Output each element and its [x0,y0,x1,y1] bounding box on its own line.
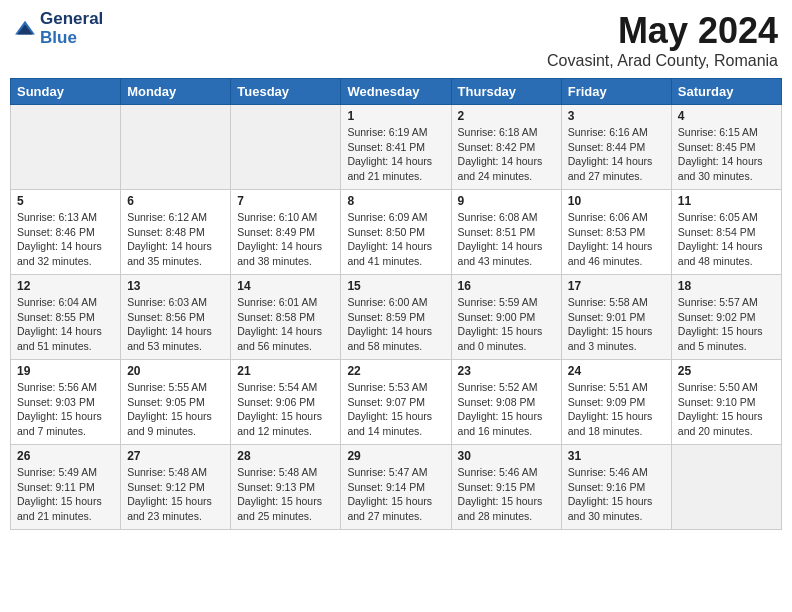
calendar-cell: 25Sunrise: 5:50 AMSunset: 9:10 PMDayligh… [671,360,781,445]
calendar-cell: 12Sunrise: 6:04 AMSunset: 8:55 PMDayligh… [11,275,121,360]
calendar-cell: 5Sunrise: 6:13 AMSunset: 8:46 PMDaylight… [11,190,121,275]
day-number: 29 [347,449,444,463]
day-number: 20 [127,364,224,378]
calendar-week-row: 1Sunrise: 6:19 AMSunset: 8:41 PMDaylight… [11,105,782,190]
day-number: 24 [568,364,665,378]
day-info: Sunrise: 6:09 AMSunset: 8:50 PMDaylight:… [347,210,444,269]
title-block: May 2024 Covasint, Arad County, Romania [547,10,778,70]
calendar-cell [11,105,121,190]
calendar-cell: 8Sunrise: 6:09 AMSunset: 8:50 PMDaylight… [341,190,451,275]
day-number: 22 [347,364,444,378]
day-info: Sunrise: 6:13 AMSunset: 8:46 PMDaylight:… [17,210,114,269]
day-number: 25 [678,364,775,378]
calendar-week-row: 12Sunrise: 6:04 AMSunset: 8:55 PMDayligh… [11,275,782,360]
day-number: 13 [127,279,224,293]
col-header-saturday: Saturday [671,79,781,105]
day-info: Sunrise: 5:58 AMSunset: 9:01 PMDaylight:… [568,295,665,354]
calendar-header-row: SundayMondayTuesdayWednesdayThursdayFrid… [11,79,782,105]
calendar-cell: 20Sunrise: 5:55 AMSunset: 9:05 PMDayligh… [121,360,231,445]
calendar-week-row: 26Sunrise: 5:49 AMSunset: 9:11 PMDayligh… [11,445,782,530]
calendar-week-row: 5Sunrise: 6:13 AMSunset: 8:46 PMDaylight… [11,190,782,275]
calendar-cell: 4Sunrise: 6:15 AMSunset: 8:45 PMDaylight… [671,105,781,190]
calendar-cell: 11Sunrise: 6:05 AMSunset: 8:54 PMDayligh… [671,190,781,275]
calendar-cell: 9Sunrise: 6:08 AMSunset: 8:51 PMDaylight… [451,190,561,275]
day-info: Sunrise: 6:15 AMSunset: 8:45 PMDaylight:… [678,125,775,184]
location-subtitle: Covasint, Arad County, Romania [547,52,778,70]
day-info: Sunrise: 6:00 AMSunset: 8:59 PMDaylight:… [347,295,444,354]
calendar-cell: 7Sunrise: 6:10 AMSunset: 8:49 PMDaylight… [231,190,341,275]
day-number: 28 [237,449,334,463]
day-number: 10 [568,194,665,208]
calendar-cell: 26Sunrise: 5:49 AMSunset: 9:11 PMDayligh… [11,445,121,530]
day-info: Sunrise: 5:48 AMSunset: 9:12 PMDaylight:… [127,465,224,524]
calendar-cell: 13Sunrise: 6:03 AMSunset: 8:56 PMDayligh… [121,275,231,360]
day-info: Sunrise: 6:10 AMSunset: 8:49 PMDaylight:… [237,210,334,269]
logo-line1: General [40,10,103,29]
day-info: Sunrise: 5:56 AMSunset: 9:03 PMDaylight:… [17,380,114,439]
day-number: 9 [458,194,555,208]
logo-icon [14,18,36,40]
day-info: Sunrise: 6:05 AMSunset: 8:54 PMDaylight:… [678,210,775,269]
day-number: 31 [568,449,665,463]
day-info: Sunrise: 6:16 AMSunset: 8:44 PMDaylight:… [568,125,665,184]
day-info: Sunrise: 5:55 AMSunset: 9:05 PMDaylight:… [127,380,224,439]
day-number: 1 [347,109,444,123]
col-header-thursday: Thursday [451,79,561,105]
day-number: 26 [17,449,114,463]
day-number: 18 [678,279,775,293]
calendar-cell: 21Sunrise: 5:54 AMSunset: 9:06 PMDayligh… [231,360,341,445]
col-header-sunday: Sunday [11,79,121,105]
col-header-friday: Friday [561,79,671,105]
day-info: Sunrise: 5:53 AMSunset: 9:07 PMDaylight:… [347,380,444,439]
day-info: Sunrise: 5:47 AMSunset: 9:14 PMDaylight:… [347,465,444,524]
month-title: May 2024 [547,10,778,52]
day-number: 17 [568,279,665,293]
calendar-cell: 16Sunrise: 5:59 AMSunset: 9:00 PMDayligh… [451,275,561,360]
page-header: General Blue May 2024 Covasint, Arad Cou… [10,10,782,70]
day-number: 2 [458,109,555,123]
day-number: 4 [678,109,775,123]
calendar-cell: 28Sunrise: 5:48 AMSunset: 9:13 PMDayligh… [231,445,341,530]
day-info: Sunrise: 5:48 AMSunset: 9:13 PMDaylight:… [237,465,334,524]
day-number: 12 [17,279,114,293]
day-info: Sunrise: 6:01 AMSunset: 8:58 PMDaylight:… [237,295,334,354]
calendar-week-row: 19Sunrise: 5:56 AMSunset: 9:03 PMDayligh… [11,360,782,445]
calendar-cell: 2Sunrise: 6:18 AMSunset: 8:42 PMDaylight… [451,105,561,190]
calendar-cell [231,105,341,190]
calendar-cell: 30Sunrise: 5:46 AMSunset: 9:15 PMDayligh… [451,445,561,530]
calendar-cell: 15Sunrise: 6:00 AMSunset: 8:59 PMDayligh… [341,275,451,360]
calendar-cell: 6Sunrise: 6:12 AMSunset: 8:48 PMDaylight… [121,190,231,275]
calendar-cell: 24Sunrise: 5:51 AMSunset: 9:09 PMDayligh… [561,360,671,445]
day-number: 3 [568,109,665,123]
day-number: 11 [678,194,775,208]
day-info: Sunrise: 6:08 AMSunset: 8:51 PMDaylight:… [458,210,555,269]
calendar-cell: 19Sunrise: 5:56 AMSunset: 9:03 PMDayligh… [11,360,121,445]
day-number: 30 [458,449,555,463]
calendar-cell: 23Sunrise: 5:52 AMSunset: 9:08 PMDayligh… [451,360,561,445]
logo-line2: Blue [40,29,103,48]
day-info: Sunrise: 6:19 AMSunset: 8:41 PMDaylight:… [347,125,444,184]
day-info: Sunrise: 5:59 AMSunset: 9:00 PMDaylight:… [458,295,555,354]
day-info: Sunrise: 6:04 AMSunset: 8:55 PMDaylight:… [17,295,114,354]
day-info: Sunrise: 6:06 AMSunset: 8:53 PMDaylight:… [568,210,665,269]
calendar-cell: 18Sunrise: 5:57 AMSunset: 9:02 PMDayligh… [671,275,781,360]
day-info: Sunrise: 5:54 AMSunset: 9:06 PMDaylight:… [237,380,334,439]
day-info: Sunrise: 5:51 AMSunset: 9:09 PMDaylight:… [568,380,665,439]
day-info: Sunrise: 5:46 AMSunset: 9:15 PMDaylight:… [458,465,555,524]
calendar-cell: 14Sunrise: 6:01 AMSunset: 8:58 PMDayligh… [231,275,341,360]
col-header-wednesday: Wednesday [341,79,451,105]
day-number: 19 [17,364,114,378]
calendar-cell: 29Sunrise: 5:47 AMSunset: 9:14 PMDayligh… [341,445,451,530]
day-number: 7 [237,194,334,208]
calendar-cell: 3Sunrise: 6:16 AMSunset: 8:44 PMDaylight… [561,105,671,190]
logo: General Blue [14,10,103,47]
day-number: 16 [458,279,555,293]
day-number: 15 [347,279,444,293]
calendar-cell: 22Sunrise: 5:53 AMSunset: 9:07 PMDayligh… [341,360,451,445]
day-info: Sunrise: 6:03 AMSunset: 8:56 PMDaylight:… [127,295,224,354]
calendar-cell: 27Sunrise: 5:48 AMSunset: 9:12 PMDayligh… [121,445,231,530]
day-number: 14 [237,279,334,293]
calendar-cell [121,105,231,190]
day-number: 21 [237,364,334,378]
day-info: Sunrise: 5:49 AMSunset: 9:11 PMDaylight:… [17,465,114,524]
